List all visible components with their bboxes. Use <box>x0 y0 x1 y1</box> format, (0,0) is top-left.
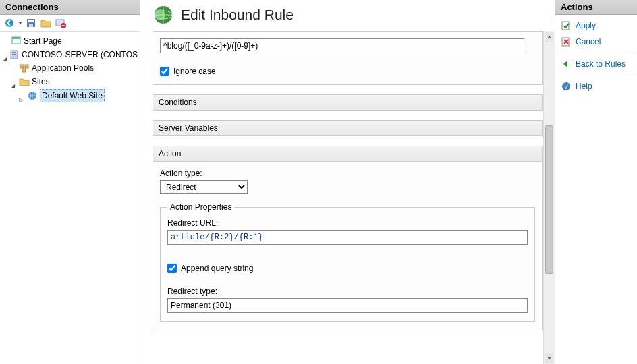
back-label: Back to Rules <box>576 59 626 69</box>
server-vars-group: Server Variables <box>153 120 543 136</box>
action-type-select[interactable]: Redirect <box>160 180 248 194</box>
svg-rect-10 <box>12 54 16 55</box>
expand-icon[interactable] <box>3 52 7 58</box>
start-page-icon <box>11 36 22 47</box>
tree-app-pools[interactable]: Application Pools <box>18 61 138 75</box>
connections-tree: Start Page CONTOSO-SERVER (CONTOS Applic… <box>0 32 140 106</box>
server-vars-header[interactable]: Server Variables <box>153 120 543 136</box>
action-properties-fieldset: Action Properties Redirect URL: Append q… <box>160 202 535 322</box>
cancel-link[interactable]: Cancel <box>558 35 634 49</box>
scroll-up-icon[interactable]: ▲ <box>545 32 553 42</box>
server-icon <box>9 49 20 60</box>
ignore-case-checkbox[interactable] <box>160 67 169 76</box>
tree-label: Application Pools <box>32 62 94 74</box>
expand-icon[interactable] <box>19 93 25 99</box>
scroll-thumb[interactable] <box>545 125 553 274</box>
svg-rect-9 <box>12 52 16 53</box>
conditions-header[interactable]: Conditions <box>153 94 543 111</box>
action-properties-legend: Action Properties <box>167 202 234 212</box>
cancel-label: Cancel <box>576 37 601 47</box>
expand-icon[interactable] <box>11 79 17 85</box>
action-body: Action type: Redirect Action Properties … <box>153 162 543 330</box>
separator <box>558 53 634 53</box>
actions-list: Apply Cancel Back to Rules ? Help <box>555 15 637 97</box>
tree-start-page[interactable]: Start Page <box>9 34 138 48</box>
append-qs-label: Append query string <box>181 264 253 273</box>
help-label: Help <box>576 82 592 91</box>
tree-label-selected: Default Web Site <box>40 89 105 102</box>
back-arrow-icon <box>561 59 572 69</box>
redirect-url-input[interactable] <box>167 230 528 245</box>
svg-rect-6 <box>62 25 65 26</box>
main-panel: Edit Inbound Rule Ignore case Conditions… <box>140 0 555 364</box>
actions-header: Actions <box>555 0 637 15</box>
server-stop-icon[interactable] <box>55 18 66 28</box>
sites-folder-icon <box>19 76 30 87</box>
conditions-group: Conditions <box>153 94 543 111</box>
action-group: Action Action type: Redirect Action Prop… <box>153 146 543 330</box>
globe-icon <box>27 90 38 101</box>
svg-rect-12 <box>25 65 28 68</box>
pattern-input[interactable] <box>160 38 524 53</box>
back-link[interactable]: Back to Rules <box>558 57 634 71</box>
connections-toolbar: ▾ <box>0 15 140 32</box>
tree-label: CONTOSO-SERVER (CONTOS <box>22 49 138 61</box>
scroll-down-icon[interactable]: ▼ <box>545 353 553 363</box>
tree-label: Start Page <box>24 35 62 47</box>
ignore-case-row[interactable]: Ignore case <box>160 67 535 76</box>
tree-server[interactable]: CONTOSO-SERVER (CONTOS <box>1 48 138 61</box>
pattern-group: Ignore case <box>153 31 543 85</box>
svg-rect-2 <box>28 20 34 22</box>
apply-link[interactable]: Apply <box>558 19 634 32</box>
connections-panel: Connections ▾ Start Page CONTOSO-SERVER … <box>0 0 140 364</box>
tree-label: Sites <box>32 75 50 88</box>
svg-rect-3 <box>29 24 33 27</box>
save-icon[interactable] <box>26 18 36 28</box>
action-header[interactable]: Action <box>153 146 543 162</box>
redirect-type-input[interactable] <box>167 298 528 313</box>
tree-sites[interactable]: Sites <box>9 75 138 88</box>
folder-icon[interactable] <box>40 18 51 28</box>
dropdown-icon[interactable]: ▾ <box>19 20 22 26</box>
svg-rect-11 <box>20 65 24 68</box>
svg-rect-13 <box>22 69 26 72</box>
scrollbar[interactable]: ▲ ▼ <box>543 31 555 364</box>
back-icon[interactable] <box>4 18 15 28</box>
svg-text:?: ? <box>564 83 568 90</box>
app-pools-icon <box>19 63 30 73</box>
help-link[interactable]: ? Help <box>558 80 634 93</box>
page-header: Edit Inbound Rule <box>140 0 555 31</box>
globe-large-icon <box>153 4 174 26</box>
help-icon: ? <box>561 81 572 92</box>
ignore-case-label: Ignore case <box>173 67 216 76</box>
redirect-type-label: Redirect type: <box>167 286 528 296</box>
separator <box>558 75 634 75</box>
action-type-label: Action type: <box>160 169 535 178</box>
cancel-icon <box>561 36 572 47</box>
append-qs-checkbox[interactable] <box>167 264 177 273</box>
form-body: Ignore case Conditions Server Variables … <box>140 31 555 364</box>
connections-header: Connections <box>0 0 140 15</box>
apply-label: Apply <box>576 21 596 30</box>
redirect-url-label: Redirect URL: <box>167 218 528 228</box>
actions-panel: Actions Apply Cancel Back to Rules ? Hel… <box>555 0 637 364</box>
tree-default-site[interactable]: Default Web Site <box>18 88 138 103</box>
apply-icon <box>561 20 572 31</box>
page-title: Edit Inbound Rule <box>181 7 294 23</box>
